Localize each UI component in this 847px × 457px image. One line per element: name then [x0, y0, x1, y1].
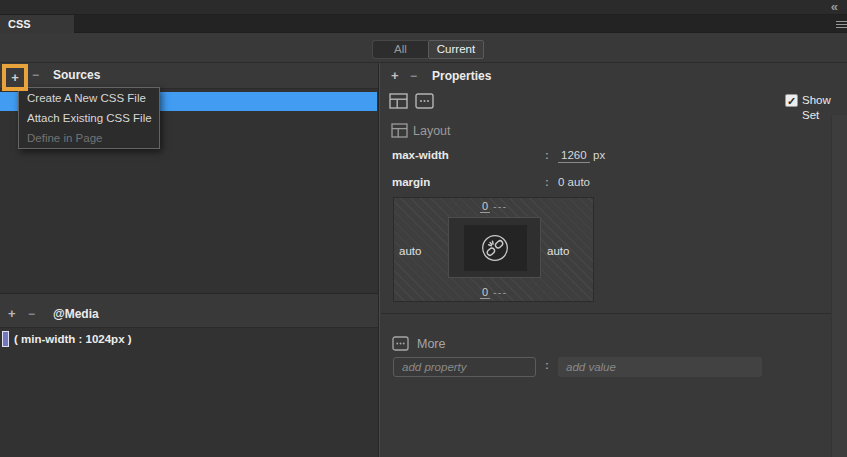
margin-top-value[interactable]: 0	[480, 200, 490, 213]
add-property-button[interactable]: +	[391, 63, 399, 89]
sources-header: + − Sources	[0, 63, 378, 88]
margin-left-value[interactable]: auto	[399, 245, 421, 257]
add-css-source-button[interactable]: +	[2, 64, 28, 91]
layout-section-title: Layout	[413, 124, 451, 138]
media-title: @Media	[53, 301, 99, 327]
layout-icon	[391, 123, 408, 138]
properties-pane: + − Properties ✓ Show Set	[381, 63, 847, 457]
toggle-all-button[interactable]: All	[372, 40, 428, 59]
margin-bottom-control[interactable]: 0 ---	[394, 286, 593, 298]
margin-bottom-value[interactable]: 0	[480, 286, 490, 299]
show-set-checkbox[interactable]: ✓	[785, 94, 798, 107]
colon-separator: :	[545, 149, 549, 161]
tab-css-designer[interactable]: CSS Designer	[0, 15, 74, 33]
element-box	[448, 217, 541, 278]
add-property-input[interactable]	[393, 357, 536, 377]
layout-section-header: Layout	[391, 123, 408, 139]
property-name-max-width: max-width	[392, 149, 449, 161]
toggle-current-button[interactable]: Current	[428, 40, 484, 59]
margin-right-value[interactable]: auto	[547, 245, 569, 257]
element-inner-box	[464, 225, 527, 271]
scrollbar-track[interactable]	[831, 115, 847, 457]
colon-separator: :	[545, 176, 549, 188]
sources-title: Sources	[53, 63, 100, 88]
media-query-tag-icon	[2, 331, 9, 347]
panel-title-bar	[0, 0, 847, 15]
properties-title: Properties	[432, 63, 491, 89]
margin-box-diagram: 0 --- auto auto	[393, 197, 594, 302]
margin-bottom-dashes: ---	[493, 286, 507, 298]
property-name-margin: margin	[392, 176, 430, 188]
media-query-row[interactable]: ( min-width : 1024px )	[0, 330, 378, 349]
add-media-query-button[interactable]: +	[8, 301, 16, 327]
unlink-values-icon[interactable]	[480, 233, 510, 263]
remove-css-source-button[interactable]: −	[32, 63, 39, 88]
collapse-panel-icon[interactable]: «	[831, 0, 837, 14]
more-section-header: More	[392, 336, 409, 353]
pane-divider[interactable]	[378, 63, 380, 457]
colon-separator: :	[545, 359, 549, 371]
menu-item-define-in-page: Define in Page	[19, 128, 159, 148]
css-designer-panel: All Current + − Sources Create A New CSS…	[0, 33, 847, 457]
max-width-unit[interactable]: px	[593, 149, 605, 161]
media-query-label: ( min-width : 1024px )	[14, 330, 132, 349]
remove-property-button[interactable]: −	[410, 63, 417, 89]
divider	[381, 313, 847, 314]
menu-item-create-new-css-file[interactable]: Create A New CSS File	[19, 88, 159, 108]
panel-menu-icon[interactable]	[836, 21, 847, 30]
plus-icon: +	[6, 68, 24, 87]
divider	[0, 293, 378, 294]
more-category-icon[interactable]	[415, 93, 435, 110]
margin-value[interactable]: 0 auto	[558, 176, 590, 188]
media-header: + − @Media	[0, 301, 378, 327]
add-value-input[interactable]	[558, 357, 762, 377]
menu-item-attach-existing-css-file[interactable]: Attach Existing CSS File	[19, 108, 159, 128]
tab-bar: CSS Designer	[0, 15, 847, 33]
margin-top-control[interactable]: 0 ---	[394, 200, 593, 212]
margin-top-dashes: ---	[493, 200, 507, 212]
check-icon: ✓	[787, 95, 796, 107]
media-list: ( min-width : 1024px )	[0, 327, 378, 457]
sources-media-pane: + − Sources Create A New CSS File Attach…	[0, 63, 378, 457]
layout-category-icon[interactable]	[389, 93, 409, 110]
more-icon	[392, 336, 409, 351]
max-width-value[interactable]: 1260	[558, 149, 590, 163]
remove-media-query-button[interactable]: −	[28, 301, 35, 327]
add-source-menu: Create A New CSS File Attach Existing CS…	[18, 87, 160, 149]
more-section-title: More	[417, 337, 445, 351]
